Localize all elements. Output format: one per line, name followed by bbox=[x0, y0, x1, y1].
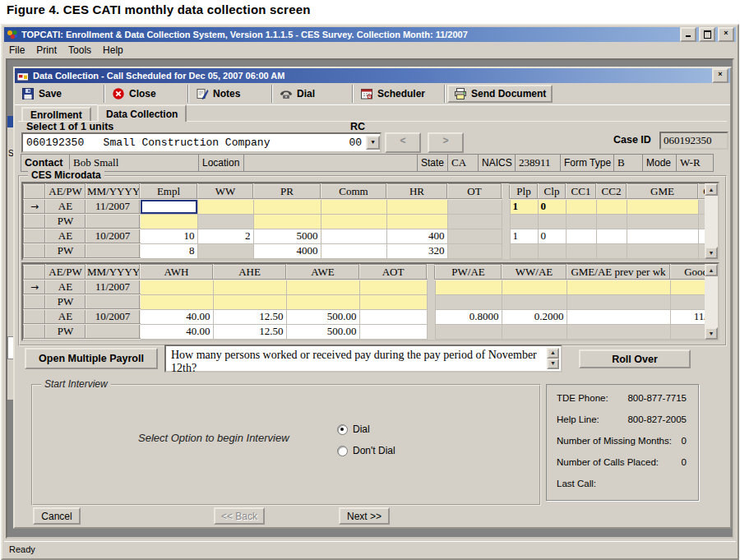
grid-cell[interactable] bbox=[321, 214, 386, 229]
grid-cell[interactable] bbox=[510, 243, 538, 258]
grid-cell[interactable]: 40.00 bbox=[140, 324, 213, 339]
cancel-button[interactable]: Cancel bbox=[33, 507, 81, 525]
grid-cell[interactable] bbox=[627, 229, 698, 243]
grid-cell[interactable] bbox=[596, 243, 627, 258]
grid-cell[interactable]: 0 bbox=[538, 229, 566, 243]
grid-cell[interactable]: 12.50 bbox=[213, 324, 286, 339]
grid-cell[interactable] bbox=[253, 199, 321, 214]
grid-cell[interactable] bbox=[197, 214, 253, 229]
menu-item-print[interactable]: Print bbox=[31, 44, 63, 57]
scroll-down-button[interactable]: ▼ bbox=[705, 327, 718, 340]
grid-cell[interactable] bbox=[321, 258, 386, 261]
radio-icon[interactable] bbox=[337, 446, 348, 456]
grid-cell[interactable] bbox=[140, 258, 197, 261]
grid-cell[interactable]: 0 bbox=[510, 258, 538, 261]
grid-cell[interactable] bbox=[213, 339, 286, 341]
grid-cell[interactable]: 1 bbox=[510, 229, 538, 243]
question-scroll-down-button[interactable]: ▼ bbox=[547, 359, 559, 369]
question-scroll-up-button[interactable]: ▲ bbox=[547, 348, 559, 359]
grid-cell[interactable] bbox=[567, 339, 670, 341]
scroll-up-button[interactable]: ▲ bbox=[705, 183, 718, 196]
grid-cell[interactable] bbox=[567, 324, 670, 339]
minimize-button[interactable] bbox=[680, 27, 696, 42]
combobox-dropdown-icon[interactable]: ▼ bbox=[366, 136, 380, 150]
grid-cell[interactable] bbox=[447, 243, 502, 258]
grid-cell[interactable] bbox=[596, 199, 627, 214]
scroll-up-button[interactable]: ▲ bbox=[705, 264, 718, 276]
grid-cell[interactable] bbox=[286, 280, 359, 294]
grid-cell[interactable] bbox=[566, 214, 596, 229]
menu-item-help[interactable]: Help bbox=[98, 44, 130, 57]
grid-cell[interactable] bbox=[502, 339, 567, 341]
grid-cell[interactable] bbox=[140, 294, 213, 309]
back-button[interactable]: << Back bbox=[214, 507, 265, 525]
close-button[interactable]: × bbox=[718, 27, 734, 42]
prev-unit-button[interactable]: < bbox=[385, 132, 421, 153]
radio-icon[interactable] bbox=[337, 424, 348, 435]
grid-cell[interactable] bbox=[286, 294, 359, 309]
grid-cell[interactable] bbox=[566, 243, 596, 258]
grid-cell[interactable] bbox=[359, 309, 427, 324]
grid-cell[interactable] bbox=[359, 294, 427, 309]
grid-cell[interactable]: 10 bbox=[140, 229, 197, 243]
grid-cell[interactable]: 2 bbox=[197, 229, 253, 243]
grid-cell[interactable]: 40.00 bbox=[140, 309, 213, 324]
grid-cell[interactable] bbox=[627, 243, 698, 258]
grid-cell[interactable] bbox=[596, 229, 627, 243]
grid-cell[interactable] bbox=[435, 339, 502, 341]
dial-option-dial[interactable]: Dial bbox=[337, 423, 370, 435]
grid-cell[interactable] bbox=[538, 243, 566, 258]
grid-cell[interactable] bbox=[447, 214, 502, 229]
grid-cell[interactable] bbox=[359, 339, 427, 341]
grid-cell[interactable] bbox=[253, 214, 321, 229]
grid-cell[interactable] bbox=[596, 258, 627, 261]
case-id-field[interactable]: 060192350 bbox=[659, 132, 728, 150]
grid-cell[interactable] bbox=[197, 258, 253, 261]
menu-item-tools[interactable]: Tools bbox=[63, 44, 98, 57]
menu-item-file[interactable]: File bbox=[4, 44, 31, 57]
grid-cell[interactable]: 0 bbox=[538, 258, 566, 261]
grid-cell[interactable] bbox=[140, 280, 213, 294]
unit-combobox[interactable]: 060192350 Small Construction Company 00 … bbox=[21, 132, 382, 153]
toolbar-button-scheduler[interactable]: Scheduler bbox=[355, 84, 442, 104]
grid-cell[interactable]: 400 bbox=[386, 229, 447, 243]
grid-cell[interactable] bbox=[596, 214, 627, 229]
grid-cell[interactable] bbox=[567, 294, 670, 309]
grid-cell[interactable] bbox=[140, 199, 197, 214]
tab-data-collection[interactable]: Data Collection bbox=[97, 104, 187, 122]
grid-cell[interactable] bbox=[566, 258, 596, 261]
grid-cell[interactable] bbox=[447, 229, 502, 243]
toolbar-button-notes[interactable]: Notes bbox=[191, 84, 270, 104]
grid-cell[interactable] bbox=[627, 199, 698, 214]
scroll-down-button[interactable]: ▼ bbox=[705, 247, 718, 259]
dialog-close-button[interactable]: × bbox=[712, 68, 728, 83]
grid-cell[interactable] bbox=[435, 280, 502, 294]
roll-over-button[interactable]: Roll Over bbox=[579, 349, 691, 368]
grid-cell[interactable] bbox=[502, 280, 567, 294]
grid-cell[interactable] bbox=[567, 309, 670, 324]
grid-cell[interactable] bbox=[435, 324, 502, 339]
grid-cell[interactable]: 320 bbox=[386, 243, 447, 258]
tab-enrollment[interactable]: Enrollment bbox=[21, 107, 91, 121]
open-multiple-payroll-button[interactable]: Open Multiple Payroll bbox=[25, 348, 158, 369]
grid-scrollbar[interactable]: ▲▼ bbox=[705, 264, 718, 340]
grid-cell[interactable] bbox=[627, 214, 698, 229]
grid-cell[interactable] bbox=[140, 214, 197, 229]
grid-cell[interactable] bbox=[359, 324, 427, 339]
grid-cell[interactable] bbox=[140, 339, 213, 341]
grid-cell[interactable]: 500.00 bbox=[286, 309, 359, 324]
toolbar-button-send_document[interactable]: Send Document bbox=[447, 85, 553, 103]
grid-cell[interactable] bbox=[386, 214, 447, 229]
grid-scrollbar[interactable]: ▲▼ bbox=[705, 183, 718, 259]
grid-cell[interactable] bbox=[359, 280, 427, 294]
grid-cell[interactable] bbox=[321, 229, 386, 243]
grid-cell[interactable] bbox=[321, 199, 386, 214]
grid-cell[interactable]: 4000 bbox=[253, 243, 321, 258]
next-unit-button[interactable]: > bbox=[428, 132, 464, 153]
grid-cell[interactable] bbox=[447, 199, 502, 214]
restore-button[interactable] bbox=[699, 27, 715, 42]
grid-cell[interactable] bbox=[197, 199, 253, 214]
grid-cell[interactable] bbox=[197, 243, 253, 258]
grid-cell[interactable]: 0.8000 bbox=[435, 309, 502, 324]
grid-cell[interactable]: 0 bbox=[538, 199, 566, 214]
